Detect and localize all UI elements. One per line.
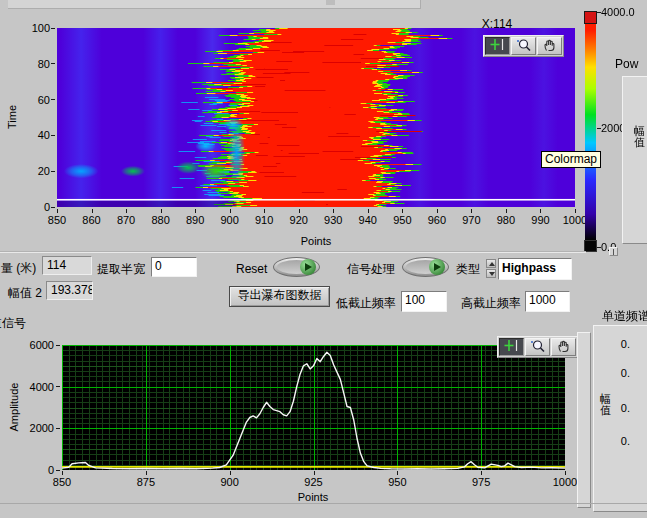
type-spinner <box>486 259 496 279</box>
panel-divider <box>0 251 586 253</box>
hand-icon <box>556 339 572 356</box>
y-tick-label: 0 <box>20 464 54 476</box>
x-tick-label: 975 <box>466 476 496 488</box>
export-waterfall-button[interactable]: 导出瀑布图数据 <box>229 286 330 307</box>
zoom-tool-button[interactable] <box>525 338 550 356</box>
reset-label: Reset <box>236 262 267 276</box>
x-tick-mark <box>161 209 162 213</box>
zoom-tool-button[interactable] <box>511 37 536 55</box>
y-tick-label: 2000 <box>20 422 54 434</box>
half-width-input[interactable]: 0 <box>151 257 197 277</box>
play-arrow-icon <box>434 263 441 271</box>
half-width-label: 提取半宽 <box>97 261 145 278</box>
x-tick-mark <box>230 471 231 475</box>
y-tick-mark <box>51 99 55 100</box>
right-bottom-tick: 0. <box>612 367 630 379</box>
waterfall-x-axis-label: Points <box>291 235 341 247</box>
x-tick-mark <box>471 209 472 213</box>
y-tick-label: 0 <box>16 201 50 213</box>
x-tick-label: 940 <box>353 214 383 226</box>
hand-icon <box>542 38 558 55</box>
type-label: 类型 <box>456 261 480 278</box>
right-top-panel-y-label: 幅值 <box>633 126 646 148</box>
y-tick-mark <box>51 207 55 208</box>
x-tick-label: 880 <box>146 214 176 226</box>
x-tick-mark <box>92 209 93 213</box>
colorbar-gradient[interactable] <box>585 24 596 240</box>
signal-x-axis-label: Points <box>288 491 338 503</box>
right-bottom-panel-y-label: 幅值 <box>599 394 612 416</box>
x-tick-mark <box>481 471 482 475</box>
amplitude2-label: 幅值 2 <box>8 285 42 302</box>
low-cutoff-input[interactable]: 100 <box>401 291 447 312</box>
reset-toggle-knob <box>300 259 316 275</box>
x-tick-label: 890 <box>180 214 210 226</box>
x-tick-label: 925 <box>299 476 329 488</box>
y-tick-mark <box>56 345 60 346</box>
reset-toggle[interactable] <box>273 257 320 277</box>
y-tick-mark <box>51 28 55 29</box>
x-tick-label: 910 <box>249 214 279 226</box>
x-tick-label: 900 <box>215 214 245 226</box>
right-bottom-tick: 0. <box>612 435 630 447</box>
y-tick-mark <box>56 386 60 387</box>
filter-type-combobox[interactable]: Highpass <box>498 258 572 280</box>
colorbar-slider-icon[interactable] <box>609 247 618 256</box>
y-tick-label: 80 <box>16 58 50 70</box>
x-tick-mark <box>62 471 63 475</box>
x-tick-label: 850 <box>47 476 77 488</box>
x-tick-label: 900 <box>215 476 245 488</box>
signal-plot[interactable] <box>62 345 565 470</box>
colorbar-top-marker[interactable] <box>584 11 597 24</box>
pan-tool-button[interactable] <box>537 37 562 55</box>
x-tick-label: 1000 <box>550 476 580 488</box>
x-tick-mark <box>437 209 438 213</box>
x-tick-mark <box>333 209 334 213</box>
y-tick-label: 4000 <box>20 381 54 393</box>
waterfall-graph-palette <box>483 35 564 57</box>
distance-label: 量 (米) <box>1 260 36 277</box>
bottom-divider <box>0 503 647 504</box>
pan-tool-button[interactable] <box>551 338 576 356</box>
x-tick-label: 980 <box>491 214 521 226</box>
x-tick-label: 950 <box>387 214 417 226</box>
colorbar-max-label: 4000.0 <box>601 6 635 18</box>
signal-graph-palette <box>497 336 578 358</box>
increment-button[interactable] <box>486 259 496 268</box>
signal-processing-toggle-knob <box>429 259 445 275</box>
x-tick-mark <box>368 209 369 213</box>
y-tick-mark <box>51 171 55 172</box>
signal-processing-label: 信号处理 <box>347 261 395 278</box>
x-tick-mark <box>57 209 58 213</box>
right-top-panel-title: Pow <box>615 57 638 71</box>
y-tick-mark <box>56 428 60 429</box>
high-cutoff-input[interactable]: 1000 <box>525 291 570 312</box>
x-tick-mark <box>264 209 265 213</box>
right-bottom-tick: 0. <box>612 338 630 350</box>
signal-processing-toggle[interactable] <box>402 257 449 277</box>
right-edge-strip <box>577 332 591 508</box>
x-tick-label: 860 <box>77 214 107 226</box>
x-tick-label: 930 <box>318 214 348 226</box>
x-tick-mark <box>397 471 398 475</box>
play-arrow-icon <box>305 263 312 271</box>
right-top-panel <box>622 76 647 244</box>
down-arrow-icon <box>489 272 495 276</box>
cursor-tool-button[interactable] <box>499 338 524 356</box>
x-tick-label: 875 <box>131 476 161 488</box>
magnifier-icon <box>515 38 532 55</box>
y-tick-label: 100 <box>16 22 50 34</box>
x-tick-mark <box>575 209 576 213</box>
x-tick-label: 870 <box>111 214 141 226</box>
x-tick-mark <box>314 471 315 475</box>
magnifier-icon <box>529 339 546 356</box>
x-tick-label: 950 <box>382 476 412 488</box>
right-bottom-panel <box>593 325 647 512</box>
cursor-tool-icon <box>503 339 520 355</box>
cursor-tool-button[interactable] <box>485 37 510 55</box>
signal-y-axis-label: Amplitude <box>8 372 20 442</box>
decrement-button[interactable] <box>486 269 496 278</box>
x-tick-label: 920 <box>284 214 314 226</box>
cursor-tool-icon <box>489 38 506 54</box>
top-panel-notch <box>326 0 335 5</box>
